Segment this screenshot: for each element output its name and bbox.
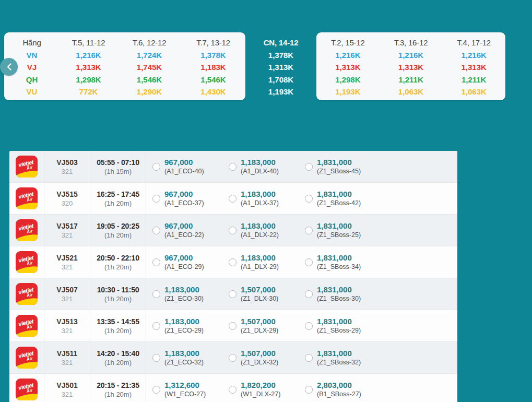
date-price: 1,313K [245, 61, 316, 74]
fare-radio[interactable] [229, 322, 237, 330]
flight-number-cell: VJ503321 [44, 151, 90, 182]
fare-radio[interactable] [152, 386, 160, 394]
fare-radio[interactable] [152, 227, 160, 234]
fare-class: (Z1_ECO-30) [164, 294, 204, 303]
fare-option[interactable]: 2,803,000(B1_SBoss-27) [305, 380, 381, 399]
fare-radio[interactable] [229, 354, 237, 362]
fare-price: 1,183,000 [241, 157, 279, 167]
fare-radio[interactable] [152, 354, 160, 362]
fare-radio[interactable] [305, 258, 313, 266]
fare-option[interactable]: 1,183,000(A1_DLX-40) [229, 157, 305, 176]
flight-time: 20:15 - 21:35 [97, 381, 139, 390]
fare-radio[interactable] [305, 195, 313, 203]
fare-option[interactable]: 1,820,200(W1_DLX-27) [229, 380, 305, 399]
fare-option[interactable]: 1,183,000(Z1_ECO-32) [152, 348, 229, 367]
fare-radio[interactable] [152, 322, 160, 330]
fare-option[interactable]: 1,183,000(Z1_ECO-30) [152, 285, 229, 303]
fare-radio[interactable] [152, 258, 160, 266]
time-cell: 13:35 - 14:55(1h 20m) [90, 310, 146, 341]
date-column[interactable]: T.7, 13-121,378K1,183K1,546K1,430K [181, 37, 245, 100]
fare-radio[interactable] [229, 227, 237, 234]
fare-radio[interactable] [152, 290, 160, 298]
fare-price: 1,831,000 [317, 157, 361, 167]
fare-option[interactable]: 1,507,000(Z1_DLX-30) [229, 285, 305, 303]
date-column[interactable]: T.5, 11-121,216K1,313K1,298K772K [60, 37, 117, 100]
date-price: 1,546K [181, 74, 245, 86]
fare-options: 1,183,000(Z1_ECO-32)1,507,000(Z1_DLX-32)… [146, 342, 457, 373]
fare-option[interactable]: 1,507,000(Z1_DLX-29) [229, 316, 305, 335]
fare-option[interactable]: 1,831,000(Z1_SBoss-30) [305, 285, 381, 303]
vietjet-logo-icon: vietjetAir [16, 315, 38, 337]
fare-option[interactable]: 1,312,600(W1_ECO-27) [152, 380, 229, 399]
date-column[interactable]: T.4, 17-121,216K1,313K1,211K1,063K [442, 37, 505, 100]
flight-duration: (1h 20m) [104, 294, 132, 303]
fare-price: 1,183,000 [241, 189, 279, 199]
fare-radio[interactable] [305, 290, 313, 298]
fare-text: 1,183,000(Z1_ECO-30) [164, 285, 204, 303]
aircraft-type: 321 [62, 231, 73, 240]
fare-option[interactable]: 967,000(A1_ECO-37) [152, 189, 229, 208]
fare-price: 967,000 [164, 221, 204, 231]
fare-option[interactable]: 1,831,000(Z1_SBoss-29) [305, 316, 381, 335]
fare-radio[interactable] [152, 195, 160, 203]
fare-radio[interactable] [229, 386, 237, 394]
fare-text: 1,831,000(Z1_SBoss-30) [317, 285, 361, 303]
date-price: 1,290K [117, 86, 181, 98]
fare-option[interactable]: 1,183,000(A1_DLX-29) [229, 253, 305, 271]
fare-radio[interactable] [305, 322, 313, 330]
fare-price: 1,831,000 [317, 253, 361, 263]
fare-price: 2,803,000 [317, 380, 361, 390]
fare-option[interactable]: 1,183,000(A1_DLX-37) [229, 189, 305, 208]
fare-radio[interactable] [305, 163, 313, 171]
vietjet-logo-icon: vietjetAir [16, 251, 38, 273]
fare-option[interactable]: 1,507,000(Z1_DLX-32) [229, 348, 305, 367]
fare-option[interactable]: 1,831,000(Z1_SBoss-32) [305, 348, 381, 367]
fare-option[interactable]: 967,000(A1_ECO-40) [152, 157, 229, 176]
fare-radio[interactable] [229, 195, 237, 203]
calendar-back-button[interactable] [0, 58, 18, 76]
fare-radio[interactable] [229, 258, 237, 266]
fare-radio[interactable] [305, 354, 313, 362]
date-price: 1,063K [380, 86, 443, 98]
fare-option[interactable]: 1,831,000(Z1_SBoss-42) [305, 189, 381, 208]
fare-option[interactable]: 1,183,000(A1_DLX-22) [229, 221, 305, 240]
fare-option[interactable]: 967,000(A1_ECO-29) [152, 253, 229, 271]
date-column-header: T.7, 13-12 [181, 37, 245, 49]
flight-row: vietjetAirVJ51532016:25 - 17:45(1h 20m)9… [9, 183, 457, 215]
fare-price: 1,183,000 [241, 221, 279, 231]
date-column[interactable]: T.3, 16-121,216K1,313K1,211K1,063K [380, 37, 443, 100]
fare-option[interactable]: 967,000(A1_ECO-22) [152, 221, 229, 240]
aircraft-type: 320 [62, 199, 73, 208]
fare-class: (Z1_ECO-32) [164, 358, 204, 367]
logo-text-air: Air [26, 261, 33, 266]
fare-price: 967,000 [164, 157, 204, 167]
aircraft-type: 321 [62, 167, 73, 176]
fare-option[interactable]: 1,831,000(Z1_SBoss-25) [305, 221, 381, 240]
fare-option[interactable]: 1,831,000(Z1_SBoss-34) [305, 253, 381, 271]
date-price: 1,193K [245, 86, 316, 98]
fare-radio[interactable] [305, 227, 313, 234]
fare-class: (A1_ECO-37) [164, 199, 204, 208]
flight-number-cell: VJ507321 [44, 278, 90, 310]
fare-options: 967,000(A1_ECO-37)1,183,000(A1_DLX-37)1,… [146, 183, 457, 214]
fare-radio[interactable] [152, 163, 160, 171]
fare-option[interactable]: 1,831,000(Z1_SBoss-45) [305, 157, 381, 176]
date-column[interactable]: T.6, 12-121,724K1,745K1,546K1,290K [117, 37, 181, 100]
fare-price: 1,183,000 [164, 285, 204, 294]
date-price: 1,216K [442, 49, 505, 62]
flight-number: VJ515 [56, 190, 77, 199]
fare-class: (Z1_SBoss-32) [317, 358, 361, 367]
fare-options: 1,312,600(W1_ECO-27)1,820,200(W1_DLX-27)… [146, 374, 457, 402]
fare-class: (A1_DLX-22) [241, 231, 279, 240]
date-column[interactable]: CN, 14-121,378K1,313K1,708K1,193K [245, 37, 316, 98]
fare-radio[interactable] [229, 163, 237, 171]
date-column[interactable]: T.2, 15-121,216K1,313K1,298K1,193K [316, 37, 380, 100]
date-price: 1,378K [245, 49, 316, 62]
fare-radio[interactable] [229, 290, 237, 298]
airline-logo-cell: vietjetAir [9, 374, 44, 402]
fare-radio[interactable] [305, 386, 313, 394]
fare-option[interactable]: 1,183,000(Z1_ECO-29) [152, 316, 229, 335]
vietjet-logo-icon: vietjetAir [16, 347, 38, 369]
chevron-left-icon [6, 63, 12, 71]
airline-code: QH [4, 74, 60, 86]
